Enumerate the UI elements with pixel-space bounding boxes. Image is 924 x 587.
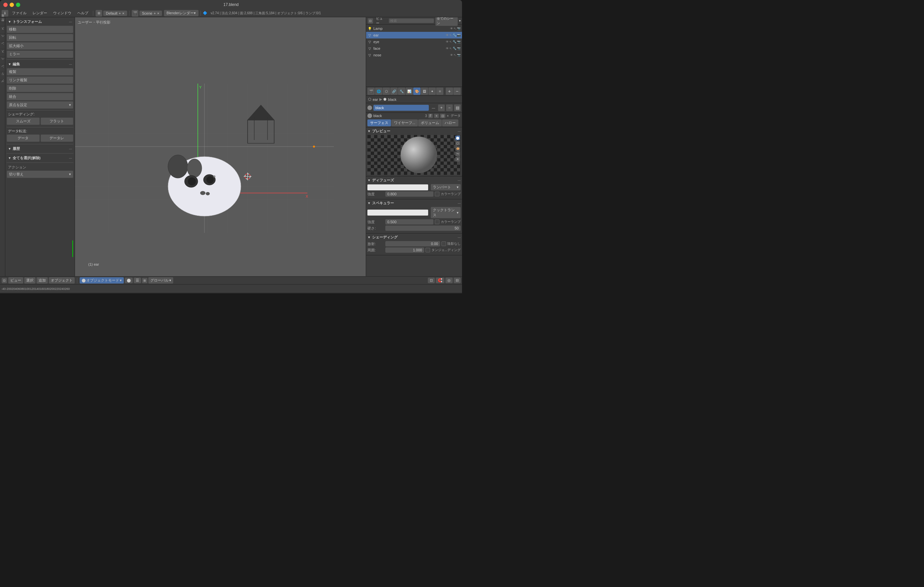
nose-vis-eye[interactable]: 👁: [450, 53, 453, 57]
diffuse-type-select[interactable]: ランバート ▾: [431, 184, 461, 190]
diffuse-intensity-value[interactable]: 0.800: [385, 191, 434, 197]
diffuse-color-ramp-checkbox[interactable]: [435, 192, 439, 196]
rotate-btn[interactable]: 回転: [7, 34, 73, 41]
vert-tab-3[interactable]: ス: [0, 26, 5, 33]
outliner-item-nose[interactable]: ▽ nose 👁 ↖ 📷: [366, 52, 462, 58]
material-user-btn[interactable]: ▤: [454, 104, 461, 111]
preview-cube-btn[interactable]: ⬡: [455, 141, 460, 146]
face-vis-wrench[interactable]: 🔧: [453, 47, 456, 50]
vb-global-btn[interactable]: グローバル ▾: [148, 277, 173, 284]
ambient-value[interactable]: 1.000: [385, 247, 424, 253]
delete-btn[interactable]: 削除: [7, 85, 73, 92]
vb-shade-btn[interactable]: ⬤: [125, 278, 133, 283]
eye-vis-render[interactable]: 📷: [457, 40, 461, 43]
outliner-item-face[interactable]: ▽ face 👁 ↖ 🔧 📷: [366, 45, 462, 52]
props-icon-scene[interactable]: 🎬: [367, 87, 375, 95]
data-le-btn[interactable]: データレ: [41, 134, 74, 142]
window-controls[interactable]: [3, 3, 20, 7]
outliner-item-lamp[interactable]: 💡 Lamp 👁 ↖ 📷: [366, 25, 462, 32]
tab-surface[interactable]: サーフェス: [367, 119, 391, 127]
vert-tab-4[interactable]: ペ: [0, 33, 5, 41]
origin-select[interactable]: 原点を設定 ▾: [7, 101, 73, 109]
specular-type-select[interactable]: クックトランス ▾: [431, 207, 461, 218]
link-duplicate-btn[interactable]: リンク複製: [7, 76, 73, 84]
lamp-vis-cursor[interactable]: ↖: [454, 27, 456, 30]
select-all-header[interactable]: ▼ 全てを選択(解除) —: [7, 155, 73, 161]
props-icon-constraints[interactable]: 🔗: [390, 87, 398, 95]
outliner-item-ear[interactable]: ▽ ear 👁 ↖ 🔧 📷: [366, 32, 462, 38]
lamp-vis-render[interactable]: 📷: [457, 27, 461, 30]
menu-help[interactable]: ヘルプ: [75, 10, 91, 16]
props-icon-texture[interactable]: 🖼: [421, 87, 428, 95]
vb-gizmo-btn[interactable]: ⊡: [428, 278, 435, 283]
preview-sphere-btn[interactable]: ⬤: [455, 136, 460, 140]
material-remove-btn[interactable]: −: [446, 104, 453, 111]
vert-tab-1[interactable]: 履: [0, 17, 5, 21]
props-icon-add[interactable]: +: [446, 87, 453, 95]
material-add-btn[interactable]: +: [438, 104, 445, 111]
render-engine-select[interactable]: Blenderレンダー ▾: [164, 10, 198, 16]
outliner-icon-btn[interactable]: ⊡: [368, 18, 373, 23]
workspace-tab[interactable]: Default + ×: [103, 11, 127, 16]
props-icon-physics[interactable]: ⚛: [436, 87, 444, 95]
info-icon-btn[interactable]: ℹ: [2, 10, 8, 16]
face-vis-eye[interactable]: 👁: [446, 47, 449, 50]
tab-volume[interactable]: ボリューム: [418, 119, 442, 127]
vert-tab-7[interactable]: ペ: [0, 56, 5, 64]
nose-vis-cursor[interactable]: ↖: [454, 53, 456, 57]
eye-vis-eye[interactable]: 👁: [446, 40, 449, 43]
mat-slot-f-btn[interactable]: F: [428, 114, 433, 118]
minimize-button[interactable]: [10, 3, 14, 7]
diffuse-color-swatch[interactable]: [367, 184, 428, 190]
scene-add[interactable]: +: [153, 11, 156, 15]
props-icon-particles[interactable]: ✦: [429, 87, 436, 95]
spec-color-ramp-checkbox[interactable]: [435, 220, 439, 224]
eye-vis-wrench[interactable]: 🔧: [453, 40, 456, 43]
hardness-value[interactable]: 50: [385, 225, 461, 231]
viewport[interactable]: ユーザー・平行投影: [75, 17, 366, 276]
workspace-add[interactable]: +: [119, 11, 121, 15]
scale-btn[interactable]: 拡大縮小: [7, 42, 73, 50]
smooth-btn[interactable]: スムーズ: [7, 117, 40, 125]
preview-monkey-btn[interactable]: 🐵: [455, 146, 460, 151]
preview-light-btn[interactable]: ☀: [455, 157, 460, 161]
props-icon-world[interactable]: 🌐: [375, 87, 382, 95]
scene-select[interactable]: Scene + ×: [139, 11, 162, 16]
vb-proportional-btn[interactable]: ◎: [446, 278, 453, 283]
vert-tab-8[interactable]: ン: [0, 64, 5, 72]
lamp-vis-eye[interactable]: 👁: [450, 27, 453, 30]
ear-vis-wrench[interactable]: 🔧: [453, 33, 456, 37]
close-button[interactable]: [3, 3, 8, 7]
history-section-header[interactable]: ▼ 履歴 —: [7, 146, 73, 152]
ear-vis-render[interactable]: 📷: [457, 33, 461, 37]
action-select[interactable]: 切り替え ▾: [7, 171, 73, 178]
props-icon-material[interactable]: 🎨: [413, 87, 421, 95]
tab-halo[interactable]: ハロー: [442, 119, 458, 127]
mat-data-btn[interactable]: データ: [451, 113, 461, 118]
outliner-search[interactable]: [389, 18, 434, 23]
face-vis-render[interactable]: 📷: [457, 47, 461, 50]
vb-layer-btn[interactable]: ⊟: [454, 278, 461, 283]
props-icon-remove[interactable]: −: [454, 87, 461, 95]
shadow-checkbox[interactable]: [441, 242, 446, 246]
props-icon-modifiers[interactable]: 🔧: [398, 87, 405, 95]
ear-vis-cursor[interactable]: ↖: [449, 33, 452, 37]
ear-vis-eye[interactable]: 👁: [446, 33, 449, 37]
eye-vis-cursor[interactable]: ↖: [449, 40, 452, 43]
menu-render[interactable]: レンダー: [30, 10, 50, 16]
specular-color-swatch[interactable]: [367, 210, 428, 215]
join-btn[interactable]: 統合: [7, 93, 73, 100]
data-btn[interactable]: データ: [7, 134, 40, 142]
vert-tab-5[interactable]: ン: [0, 41, 5, 49]
vb-view-btn[interactable]: ビュー: [8, 277, 23, 284]
outliner-scene-select[interactable]: 全てのシーン: [436, 17, 458, 26]
vert-tab-2[interactable]: 歴: [0, 21, 5, 26]
props-icon-data[interactable]: 📊: [406, 87, 413, 95]
mat-slot-data-btn[interactable]: ⊡: [440, 114, 446, 118]
preview-hair-btn[interactable]: 〜: [455, 151, 460, 156]
vert-tab-10[interactable]: グ: [0, 79, 5, 87]
outliner-view-btn[interactable]: ビュー: [375, 17, 387, 26]
vb-snap-btn[interactable]: 🧲: [436, 278, 444, 283]
outliner-item-eye[interactable]: ▽ eye 👁 ↖ 🔧 📷: [366, 38, 462, 45]
nose-vis-render[interactable]: 📷: [457, 53, 461, 57]
